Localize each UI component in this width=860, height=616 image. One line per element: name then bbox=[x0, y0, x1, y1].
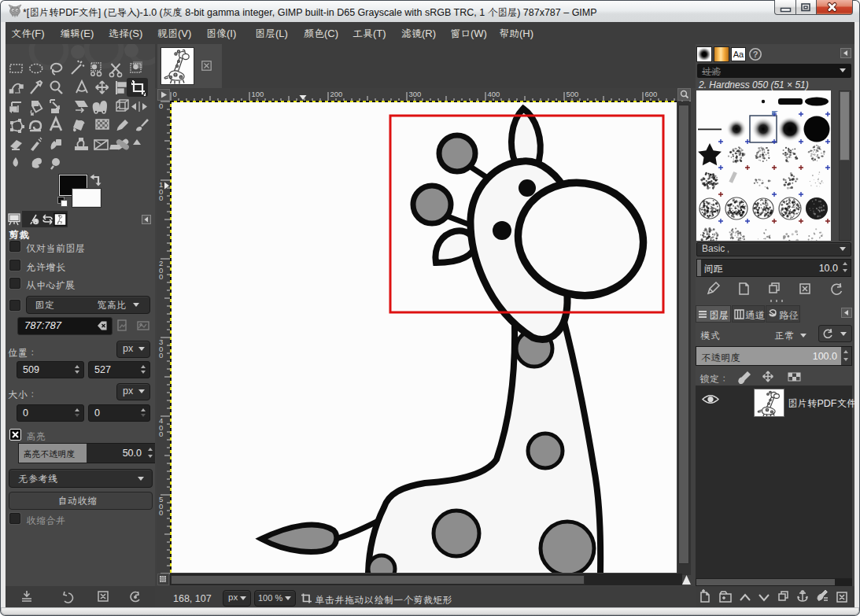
svg-text:?: ? bbox=[753, 50, 758, 59]
svg-text:300: 300 bbox=[409, 90, 422, 98]
svg-text:0: 0 bbox=[159, 430, 163, 438]
svg-text:0: 0 bbox=[173, 90, 177, 98]
svg-text:0: 0 bbox=[159, 351, 163, 360]
svg-text:0: 0 bbox=[159, 194, 163, 202]
svg-text:200: 200 bbox=[330, 90, 343, 98]
svg-text:100: 100 bbox=[252, 90, 264, 98]
svg-text:500: 500 bbox=[567, 90, 579, 98]
svg-text:400: 400 bbox=[488, 90, 500, 98]
svg-text:600: 600 bbox=[645, 90, 658, 98]
svg-text:0: 0 bbox=[159, 508, 163, 517]
svg-text:0: 0 bbox=[159, 101, 163, 110]
svg-text:0: 0 bbox=[159, 272, 163, 281]
